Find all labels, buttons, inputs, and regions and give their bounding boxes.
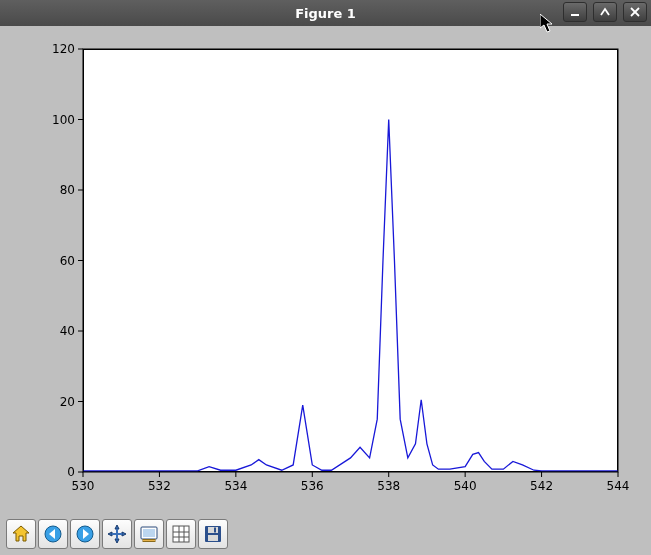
window-controls: [563, 2, 647, 22]
home-icon: [11, 524, 31, 544]
titlebar: Figure 1: [0, 0, 651, 26]
data-line: [83, 120, 618, 471]
figure-window: Figure 1 5305325345365385405425440204060…: [0, 0, 651, 555]
svg-marker-34: [13, 526, 29, 541]
plot-outer: 530532534536538540542544020406080100120: [8, 34, 643, 507]
svg-marker-39: [115, 525, 119, 529]
svg-text:534: 534: [224, 479, 247, 493]
svg-marker-41: [108, 532, 112, 536]
svg-rect-56: [208, 535, 218, 541]
pan-icon: [107, 524, 127, 544]
home-button[interactable]: [6, 519, 36, 549]
svg-text:20: 20: [60, 395, 75, 409]
svg-rect-46: [143, 529, 155, 537]
svg-text:536: 536: [301, 479, 324, 493]
svg-text:544: 544: [607, 479, 630, 493]
svg-text:80: 80: [60, 183, 75, 197]
forward-icon: [75, 524, 95, 544]
back-icon: [43, 524, 63, 544]
minimize-icon: [570, 7, 580, 17]
svg-text:530: 530: [72, 479, 95, 493]
save-icon: [203, 524, 223, 544]
svg-text:532: 532: [148, 479, 171, 493]
svg-rect-55: [214, 528, 216, 533]
close-icon: [630, 7, 640, 17]
svg-text:60: 60: [60, 254, 75, 268]
nav-toolbar: [6, 517, 228, 551]
svg-text:40: 40: [60, 324, 75, 338]
svg-text:120: 120: [52, 42, 75, 56]
axes-svg: 530532534536538540542544020406080100120: [8, 34, 643, 507]
svg-text:542: 542: [530, 479, 553, 493]
svg-text:538: 538: [377, 479, 400, 493]
close-button[interactable]: [623, 2, 647, 22]
maximize-icon: [600, 7, 610, 17]
back-button[interactable]: [38, 519, 68, 549]
window-title: Figure 1: [295, 6, 356, 21]
svg-text:0: 0: [67, 465, 75, 479]
pan-button[interactable]: [102, 519, 132, 549]
svg-rect-33: [83, 49, 618, 472]
forward-button[interactable]: [70, 519, 100, 549]
svg-text:100: 100: [52, 113, 75, 127]
svg-marker-42: [122, 532, 126, 536]
maximize-button[interactable]: [593, 2, 617, 22]
subplots-icon: [171, 524, 191, 544]
svg-marker-40: [115, 539, 119, 543]
svg-rect-54: [208, 527, 218, 533]
client-area: 530532534536538540542544020406080100120: [8, 34, 643, 507]
svg-text:540: 540: [454, 479, 477, 493]
zoom-icon: [139, 524, 159, 544]
minimize-button[interactable]: [563, 2, 587, 22]
zoom-button[interactable]: [134, 519, 164, 549]
save-button[interactable]: [198, 519, 228, 549]
svg-rect-48: [173, 526, 189, 542]
svg-rect-47: [143, 540, 155, 542]
subplots-button[interactable]: [166, 519, 196, 549]
